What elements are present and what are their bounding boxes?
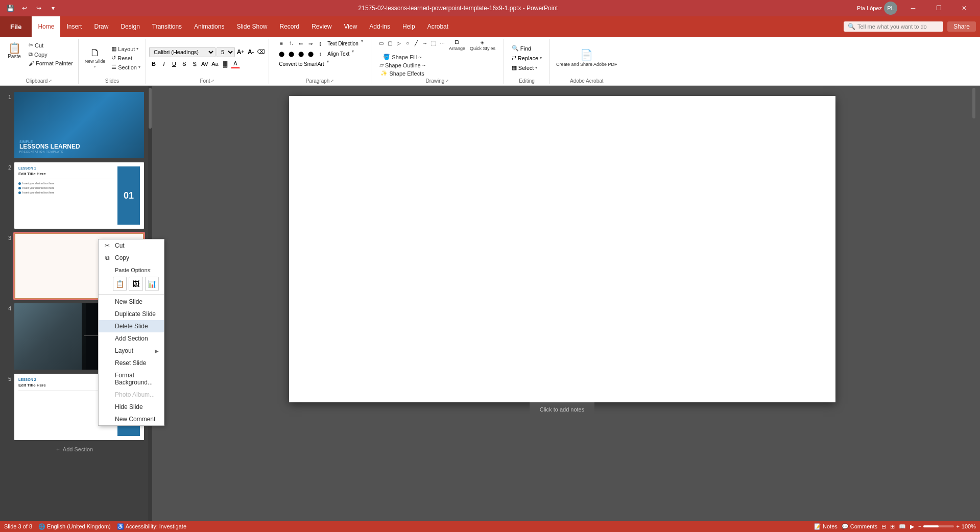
- search-box[interactable]: 🔍: [844, 21, 943, 32]
- section-button[interactable]: ☰ Section ▾: [109, 63, 142, 71]
- slide-item-1[interactable]: 1 SIMPLE LESSONS LEARNED PRESENTATION TE…: [0, 90, 148, 160]
- justify-button[interactable]: ⬤: [306, 49, 315, 58]
- textbox-shape[interactable]: ⬚: [429, 39, 438, 47]
- shape-outline-button[interactable]: ▱ Shape Outline ~: [377, 61, 427, 69]
- addins-tab[interactable]: Add-ins: [363, 16, 396, 37]
- shadow-button[interactable]: S: [190, 59, 199, 68]
- circle-shape[interactable]: ○: [403, 39, 412, 47]
- slide-item-2[interactable]: 2 LESSON 1 Edit Title Here Insert your d…: [0, 160, 148, 231]
- ctx-photo-album[interactable]: Photo Album...: [99, 389, 164, 401]
- align-center-button[interactable]: ⬤: [286, 49, 296, 58]
- slide-thumb-1[interactable]: SIMPLE LESSONS LEARNED PRESENTATION TEMP…: [14, 92, 144, 158]
- acrobat-tab[interactable]: Acrobat: [421, 16, 455, 37]
- arrow-shape[interactable]: →: [421, 39, 429, 47]
- align-right-button[interactable]: ⬤: [296, 49, 305, 58]
- user-avatar[interactable]: PL: [884, 2, 897, 15]
- help-tab[interactable]: Help: [396, 16, 421, 37]
- redo-button[interactable]: ↪: [33, 2, 45, 14]
- convert-smartart-button[interactable]: Convert to SmartArt: [277, 59, 326, 68]
- quick-styles-button[interactable]: ◈ Quick Styles: [468, 39, 497, 52]
- record-tab[interactable]: Record: [273, 16, 305, 37]
- file-menu[interactable]: File: [0, 16, 32, 37]
- copy-button[interactable]: ⧉ Copy: [27, 50, 75, 59]
- increase-font-button[interactable]: A+: [236, 47, 245, 57]
- slideshow-tab[interactable]: Slide Show: [230, 16, 273, 37]
- ctx-layout[interactable]: Layout ▶: [99, 345, 164, 357]
- ctx-delete-slide[interactable]: Delete Slide: [99, 320, 164, 332]
- ctx-new-comment[interactable]: New Comment: [99, 413, 164, 425]
- decrease-indent-button[interactable]: ⇐: [296, 39, 305, 48]
- highlight-button[interactable]: ▓: [221, 59, 230, 68]
- clear-format-button[interactable]: ⌫: [256, 47, 266, 57]
- rect-shape[interactable]: ▭: [377, 39, 386, 47]
- format-painter-button[interactable]: 🖌 Format Painter: [27, 59, 75, 67]
- share-button[interactable]: Share: [947, 21, 976, 32]
- decrease-font-button[interactable]: A-: [246, 47, 255, 57]
- draw-tab[interactable]: Draw: [88, 16, 114, 37]
- numbering-button[interactable]: ⒈: [286, 39, 296, 48]
- rounded-rect-shape[interactable]: ▢: [386, 39, 394, 47]
- shape-effects-button[interactable]: ✨ Shape Effects: [377, 69, 427, 77]
- clipboard-expand-icon[interactable]: ⤢: [49, 79, 52, 83]
- reading-view-button[interactable]: 📖: [899, 523, 906, 530]
- arrange-button[interactable]: ⧠ Arrange: [447, 39, 467, 52]
- cut-button[interactable]: ✂ Cut: [27, 41, 75, 50]
- line-shape[interactable]: ╱: [412, 39, 420, 47]
- more-shapes[interactable]: ⋯: [438, 39, 446, 47]
- underline-button[interactable]: U: [170, 59, 179, 68]
- align-left-button[interactable]: ⬤: [277, 49, 286, 58]
- ctx-duplicate-slide[interactable]: Duplicate Slide: [99, 308, 164, 320]
- line-spacing-button[interactable]: ↕: [316, 49, 325, 58]
- bold-button[interactable]: B: [149, 59, 158, 68]
- paste-btn-3[interactable]: 📊: [145, 277, 159, 291]
- drawing-expand-icon[interactable]: ⤢: [445, 79, 449, 83]
- ctx-new-slide[interactable]: New Slide: [99, 296, 164, 308]
- new-slide-button[interactable]: 🗋 New Slide ▾: [82, 45, 109, 71]
- canvas-scroll-thumb[interactable]: [972, 88, 975, 118]
- close-button[interactable]: ✕: [952, 0, 976, 16]
- ctx-add-section[interactable]: Add Section: [99, 332, 164, 345]
- search-input[interactable]: [857, 23, 939, 30]
- restore-button[interactable]: ❐: [927, 0, 950, 16]
- zoom-slider[interactable]: [923, 525, 954, 527]
- add-section-bar[interactable]: ＋ Add Section: [0, 442, 148, 456]
- align-text-button[interactable]: Align Text: [325, 49, 351, 58]
- panel-scroll-thumb[interactable]: [149, 88, 152, 129]
- save-button[interactable]: 💾: [4, 2, 16, 14]
- font-color-button[interactable]: A: [231, 59, 240, 68]
- font-size-select[interactable]: 54: [217, 47, 235, 57]
- slideshow-button[interactable]: ▶: [910, 523, 914, 530]
- ctx-hide-slide[interactable]: Hide Slide: [99, 401, 164, 413]
- create-pdf-button[interactable]: 📄 Create and Share Adobe PDF: [553, 46, 620, 69]
- paste-btn-2[interactable]: 🖼: [129, 277, 142, 291]
- ctx-reset-slide[interactable]: Reset Slide: [99, 357, 164, 369]
- paste-button[interactable]: 📋 Paste: [3, 41, 26, 61]
- reset-button[interactable]: ↺ Reset: [109, 54, 142, 62]
- triangle-shape[interactable]: ▷: [395, 39, 403, 47]
- char-spacing-button[interactable]: AV: [200, 59, 209, 68]
- slide-sorter-button[interactable]: ⊞: [890, 523, 895, 530]
- language-button[interactable]: 🌐 English (United Kingdom): [38, 523, 111, 530]
- layout-button[interactable]: ▦ Layout ▾: [109, 44, 142, 53]
- view-tab[interactable]: View: [338, 16, 364, 37]
- notes-area[interactable]: Click to add notes: [530, 402, 594, 417]
- text-direction-button[interactable]: Text Direction: [325, 39, 361, 48]
- animations-tab[interactable]: Animations: [188, 16, 230, 37]
- shape-fill-button[interactable]: 🪣 Shape Fill ~: [377, 53, 427, 61]
- review-tab[interactable]: Review: [305, 16, 338, 37]
- slide-thumb-2[interactable]: LESSON 1 Edit Title Here Insert your des…: [14, 162, 144, 229]
- font-name-select[interactable]: Calibri (Headings): [149, 47, 216, 57]
- increase-indent-button[interactable]: ⇒: [306, 39, 315, 48]
- columns-button[interactable]: ⫿: [316, 39, 325, 48]
- design-tab[interactable]: Design: [114, 16, 146, 37]
- customize-button[interactable]: ▾: [47, 2, 59, 14]
- font-size-alt-button[interactable]: Aa: [210, 59, 220, 68]
- minimize-button[interactable]: ─: [901, 0, 925, 16]
- normal-view-button[interactable]: ⊟: [881, 523, 886, 530]
- accessibility-button[interactable]: ♿ Accessibility: Investigate: [117, 523, 186, 530]
- ctx-copy[interactable]: ⧉ Copy: [99, 252, 164, 264]
- ctx-format-background[interactable]: Format Background...: [99, 369, 164, 389]
- notes-button[interactable]: 📝 Notes: [814, 523, 838, 530]
- select-button[interactable]: ▦ Select ▾: [510, 63, 544, 72]
- zoom-in-button[interactable]: +: [956, 523, 959, 529]
